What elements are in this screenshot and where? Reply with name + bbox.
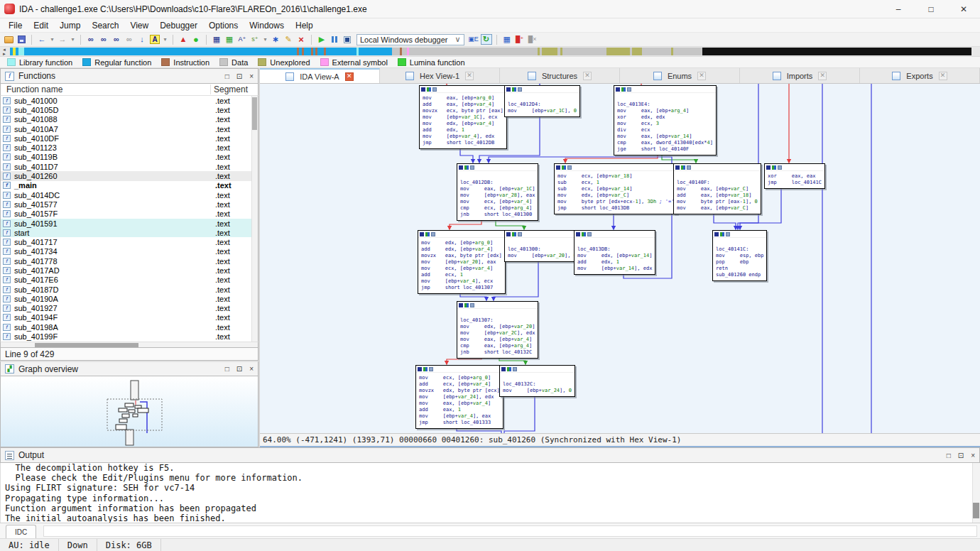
column-function-name[interactable]: Function name: [1, 84, 211, 94]
function-row[interactable]: f_main.text: [1, 181, 258, 190]
function-name[interactable]: sub_40187D: [14, 285, 215, 294]
function-name[interactable]: sub_401734: [14, 247, 215, 256]
basic-block-b_pad_eq[interactable]: mov ecx, [ebp+var_18] sub ecx, 1 sub ecx…: [554, 163, 677, 214]
function-row[interactable]: fsub_40105D.text: [1, 105, 258, 114]
functions-horizontal-scrollbar[interactable]: [0, 342, 258, 348]
edit-patch-icon[interactable]: ✎: [283, 34, 294, 45]
chart-calls-icon[interactable]: ▦: [224, 34, 235, 45]
attach-process-icon[interactable]: ▣E: [468, 34, 479, 45]
block-code[interactable]: loc_401307: mov edx, [ebp+var_20] mov [e…: [457, 309, 538, 358]
functions-float-icon[interactable]: ⊡: [236, 72, 242, 80]
block-code[interactable]: loc_4012DB: mov eax, [ebp+var_1C] mov [e…: [457, 171, 538, 220]
tab-exports[interactable]: Exports✕: [860, 68, 980, 83]
function-name[interactable]: sub_401591: [14, 219, 215, 228]
menu-view[interactable]: View: [124, 19, 154, 32]
maximize-button[interactable]: □: [915, 0, 947, 18]
function-row[interactable]: fsub_40187D.text: [1, 285, 258, 294]
debugger-select[interactable]: Local Windows debugger ∨: [356, 34, 464, 45]
problems-icon[interactable]: ▲: [178, 34, 189, 45]
block-code[interactable]: loc_401300: mov [ebp+var_20], 0: [505, 238, 579, 261]
delete-breakpoint-icon[interactable]: █×: [527, 34, 538, 45]
tab-structures[interactable]: Structures✕: [500, 68, 620, 83]
function-name[interactable]: sub_40157F: [14, 209, 215, 218]
function-row[interactable]: fsub_40190A.text: [1, 294, 258, 303]
functions-column-header[interactable]: Function name Segment: [0, 84, 258, 96]
basic-block-b_40132C[interactable]: loc_40132C: mov [ebp+var_24], 0: [499, 365, 575, 397]
function-row[interactable]: fsub_401734.text: [1, 247, 258, 256]
function-name[interactable]: sub_401088: [14, 115, 215, 124]
function-name[interactable]: _main: [14, 181, 215, 190]
navband-segment-blue[interactable]: [304, 48, 311, 55]
stop-debugger-icon[interactable]: [342, 34, 353, 45]
navband-segment-gray[interactable]: [642, 48, 671, 55]
block-code[interactable]: mov eax, [ebp+arg_0] add eax, [ebp+var_4…: [420, 93, 506, 148]
basic-block-b_401300[interactable]: loc_401300: mov [ebp+var_20], 0: [504, 230, 580, 262]
chart-flow-icon[interactable]: ▦: [211, 34, 222, 45]
navband-segment-blue[interactable]: [24, 48, 297, 55]
block-code[interactable]: xor eax, eax jmp loc_40141C: [765, 171, 824, 188]
navband-segment-olive[interactable]: [632, 48, 642, 55]
navband-segment-cyan[interactable]: [18, 48, 24, 55]
output-log[interactable]: The decompilation hotkey is F5. Please c…: [0, 463, 980, 523]
functions-maximize-icon[interactable]: □: [225, 72, 229, 80]
block-code[interactable]: loc_4013DB: mov edx, [ebp+var_14] add ed…: [575, 238, 655, 274]
basic-block-b_40140F[interactable]: loc_40140F: mov eax, [ebp+var_C] add eax…: [673, 163, 761, 214]
menu-options[interactable]: Options: [203, 19, 244, 32]
function-row[interactable]: fsub_4014DC.text: [1, 190, 258, 200]
search-bytes-icon[interactable]: ∞: [111, 34, 122, 45]
menu-search[interactable]: Search: [86, 19, 124, 32]
basic-block-b_4012D4[interactable]: loc_4012D4: mov [ebp+var_1C], 0: [504, 85, 580, 117]
function-row[interactable]: fsub_401717.text: [1, 237, 258, 246]
function-row[interactable]: fsub_401778.text: [1, 256, 258, 266]
function-row[interactable]: fsub_401260.text: [1, 171, 258, 180]
navband-segment-gray[interactable]: [673, 48, 702, 55]
tab-enums[interactable]: Enums✕: [620, 68, 740, 83]
function-row[interactable]: fsub_40198A.text: [1, 322, 258, 332]
function-name[interactable]: sub_401778: [14, 257, 215, 266]
graph-overview-minimap[interactable]: [0, 376, 258, 447]
navband-arrows[interactable]: ◄►: [0, 47, 9, 56]
lumina-icon[interactable]: ●: [190, 34, 202, 45]
function-row[interactable]: fsub_40194F.text: [1, 313, 258, 322]
menu-edit[interactable]: Edit: [28, 19, 54, 32]
function-row[interactable]: fsub_4017AD.text: [1, 266, 258, 275]
function-name[interactable]: sub_4010DF: [14, 134, 215, 143]
tab-close-icon[interactable]: ✕: [583, 72, 592, 80]
function-row[interactable]: fsub_40119B.text: [1, 153, 258, 162]
function-row[interactable]: fsub_401927.text: [1, 304, 258, 313]
block-code[interactable]: mov edx, [ebp+arg_0] add edx, [ebp+var_4…: [418, 238, 505, 293]
close-button[interactable]: ✕: [947, 0, 980, 18]
function-name[interactable]: start: [14, 229, 215, 237]
overview-float-icon[interactable]: ⊡: [236, 365, 242, 373]
overview-maximize-icon[interactable]: □: [225, 365, 229, 373]
function-row[interactable]: fsub_4011D7.text: [1, 162, 258, 171]
save-icon[interactable]: [16, 34, 27, 45]
start-debugger-icon[interactable]: ▶: [316, 34, 327, 45]
navband-segment-blue[interactable]: [326, 48, 356, 55]
basic-block-b_40131x[interactable]: mov ecx, [ebp+arg_0] add ecx, [ebp+var_4…: [415, 365, 503, 429]
basic-block-b_4013DB[interactable]: loc_4013DB: mov edx, [ebp+var_14] add ed…: [574, 230, 655, 275]
tab-close-icon[interactable]: ✕: [465, 72, 474, 80]
function-row[interactable]: fsub_4017E6.text: [1, 276, 258, 285]
function-name[interactable]: sub_4014DC: [14, 191, 215, 200]
function-row[interactable]: fsub_401577.text: [1, 200, 258, 209]
function-name[interactable]: sub_401123: [14, 143, 215, 152]
block-code[interactable]: loc_40140F: mov eax, [ebp+var_C] add eax…: [674, 171, 761, 214]
tab-close-icon[interactable]: ✕: [697, 72, 706, 80]
add-breakpoint-icon[interactable]: █⁺: [514, 34, 526, 45]
idc-tab[interactable]: IDC: [6, 525, 36, 538]
function-row[interactable]: fsub_4010A7.text: [1, 124, 258, 133]
overview-close-icon[interactable]: ×: [249, 365, 254, 373]
back-dropdown-icon[interactable]: ▾: [49, 34, 55, 45]
function-name[interactable]: sub_4017AD: [14, 266, 215, 275]
basic-block-b_4013E4[interactable]: loc_4013E4: mov eax, [ebp+arg_4] xor edx…: [614, 85, 717, 156]
tab-ida-view-a[interactable]: IDA View-A✕: [260, 68, 380, 83]
basic-block-b_4012DB[interactable]: loc_4012DB: mov eax, [ebp+var_1C] mov [e…: [457, 163, 538, 221]
navband-segment-blue[interactable]: [359, 48, 392, 55]
navigation-band[interactable]: ◄►: [0, 47, 980, 57]
tab-close-icon[interactable]: ✕: [345, 72, 354, 81]
menu-help[interactable]: Help: [290, 19, 319, 32]
navband-segments[interactable]: [10, 48, 979, 55]
navband-segment-olive[interactable]: [606, 48, 630, 55]
menu-debugger[interactable]: Debugger: [154, 19, 203, 32]
